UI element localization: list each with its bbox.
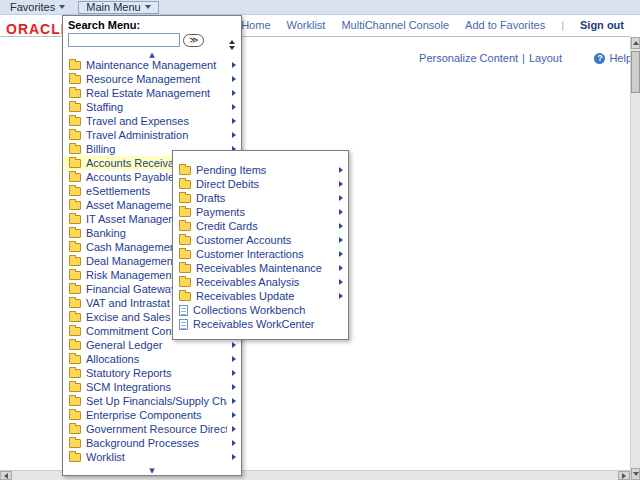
worklist-link[interactable]: Worklist [287,19,326,31]
help-link[interactable]: Help [609,52,632,64]
chevron-right-icon [232,342,236,348]
menu-item[interactable]: Staffing [63,100,241,114]
menu-item[interactable]: Enterprise Components [63,408,241,422]
help-icon[interactable]: ? [594,53,605,64]
arrow-up-icon [633,41,639,45]
help-area: ? Help [594,52,632,64]
chevron-right-icon [339,293,343,299]
chevron-right-icon [232,62,236,68]
chevron-right-icon [232,412,236,418]
folder-icon [69,257,81,266]
folder-icon [69,117,81,126]
menu-item[interactable]: SCM Integrations [63,380,241,394]
chevron-right-icon [232,398,236,404]
menu-item[interactable]: Travel and Expenses [63,114,241,128]
scroll-up-icon: ▲ [149,51,154,59]
menu-item[interactable]: Set Up Financials/Supply Chain [63,394,241,408]
submenu-item[interactable]: Receivables Maintenance [173,261,348,275]
menu-search-area: Search Menu: ≫ [63,16,241,48]
favorites-menu-button[interactable]: Favorites [3,1,72,14]
submenu-item[interactable]: Direct Debits [173,177,348,191]
submenu-item-receivables-workcenter[interactable]: Receivables WorkCenter [173,317,348,331]
menu-scroll-up[interactable]: ▲ [63,48,241,58]
folder-icon [69,187,81,196]
home-link[interactable]: Home [241,19,270,31]
scroll-down-icon: ▼ [149,467,154,475]
layout-link[interactable]: Layout [529,52,562,64]
accounts-receivable-submenu: Pending Items Direct Debits Drafts Payme… [172,150,349,340]
folder-icon [179,250,191,259]
menu-scroll-down[interactable]: ▼ [63,464,241,474]
chevron-right-icon [232,90,236,96]
menu-search-input[interactable] [68,33,180,47]
personalize-divider: | [522,52,525,64]
sign-out-link[interactable]: Sign out [580,19,624,31]
menu-item[interactable]: Maintenance Management [63,58,241,72]
submenu-item[interactable]: Drafts [173,191,348,205]
folder-icon [69,327,81,336]
folder-icon [69,243,81,252]
menu-item[interactable]: Background Processes [63,436,241,450]
folder-icon [69,103,81,112]
folder-icon [69,173,81,182]
submenu-item[interactable]: Customer Accounts [173,233,348,247]
spinner-up-icon [229,40,235,44]
folder-icon [69,383,81,392]
chevron-right-icon [339,223,343,229]
menu-item[interactable]: Statutory Reports [63,366,241,380]
chevron-right-icon [339,195,343,201]
header-links: Home Worklist MultiChannel Console Add t… [241,19,624,31]
folder-icon [69,215,81,224]
folder-icon [69,439,81,448]
chevron-right-icon [339,265,343,271]
menu-item[interactable]: General Ledger [63,338,241,352]
folder-icon [69,411,81,420]
spinner-down-icon [229,46,235,50]
folder-icon [179,180,191,189]
folder-icon [179,208,191,217]
chevron-right-icon [232,356,236,362]
menu-item[interactable]: Allocations [63,352,241,366]
menu-item[interactable]: Government Resource Directory [63,422,241,436]
submenu-item[interactable]: Receivables Analysis [173,275,348,289]
vertical-scrollbar[interactable] [630,37,640,480]
add-to-favorites-link[interactable]: Add to Favorites [465,19,545,31]
scrollbar-up-button[interactable] [631,37,640,49]
menu-item[interactable]: Real Estate Management [63,86,241,100]
folder-icon [69,313,81,322]
submenu-item[interactable]: Credit Cards [173,219,348,233]
menu-item[interactable]: Travel Administration [63,128,241,142]
submenu-item-collections-workbench[interactable]: Collections Workbench [173,303,348,317]
folder-icon [69,145,81,154]
folder-icon [69,159,81,168]
folder-icon [69,341,81,350]
vertical-scrollbar-thumb[interactable] [631,51,640,93]
menu-item[interactable]: Resource Management [63,72,241,86]
multichannel-console-link[interactable]: MultiChannel Console [341,19,449,31]
chevron-right-icon [232,76,236,82]
page-icon [179,319,188,330]
chevron-right-icon [339,181,343,187]
chevron-right-icon [232,118,236,124]
personalize-bar: Personalize Content | Layout [419,52,562,64]
folder-icon [179,166,191,175]
scrollbar-right-button[interactable] [618,471,630,480]
arrow-right-icon [622,473,626,479]
chevron-right-icon [232,440,236,446]
scrollbar-down-button[interactable] [631,468,640,480]
menu-scroll-spinner[interactable] [229,40,235,50]
search-go-button[interactable]: ≫ [183,34,204,47]
submenu-item[interactable]: Customer Interactions [173,247,348,261]
page-icon [179,305,188,316]
menu-item[interactable]: Worklist [63,450,241,464]
submenu-item[interactable]: Payments [173,205,348,219]
folder-icon [69,299,81,308]
submenu-item[interactable]: Receivables Update [173,289,348,303]
main-menu-button[interactable]: Main Menu [78,1,158,14]
folder-icon [69,355,81,364]
arrow-down-icon [633,472,639,476]
chevron-right-icon [232,104,236,110]
personalize-content-link[interactable]: Personalize Content [419,52,518,64]
scrollbar-left-button[interactable] [0,471,12,480]
submenu-item[interactable]: Pending Items [173,163,348,177]
